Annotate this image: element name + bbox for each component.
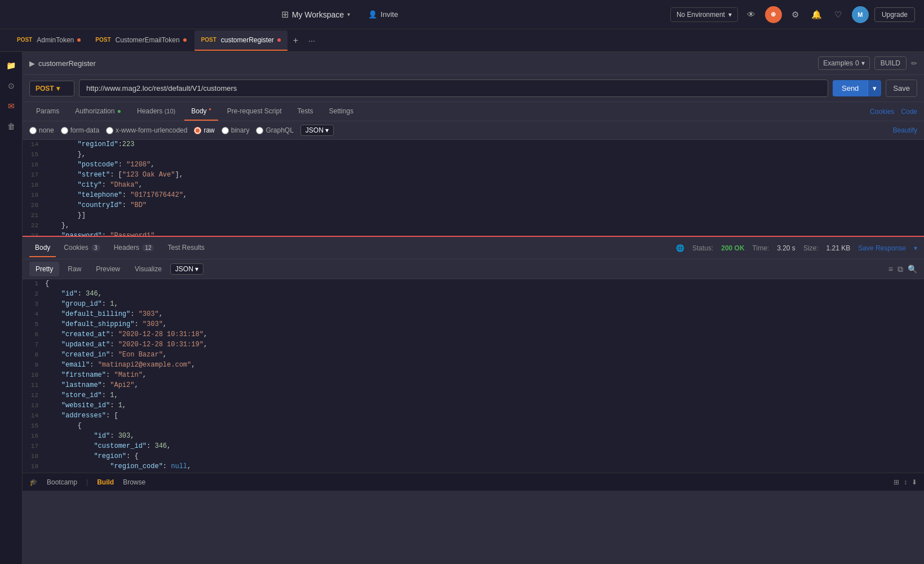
bootcamp-label[interactable]: Bootcamp xyxy=(47,478,77,486)
eye-icon-btn[interactable]: 👁 xyxy=(744,7,759,23)
bell-icon-btn[interactable]: 🔔 xyxy=(809,7,825,23)
examples-button[interactable]: Examples 0 ▾ xyxy=(818,56,869,70)
code-line-23: 23 "password": "Password1" xyxy=(23,231,924,236)
radio-binary[interactable]: binary xyxy=(222,126,250,134)
tab-headers[interactable]: Headers (10) xyxy=(130,103,182,121)
response-code-editor[interactable]: 1 { 2 "id": 346, 3 "group_id": 1, 4 "def… xyxy=(23,279,924,473)
resp-format-pretty[interactable]: Pretty xyxy=(29,262,59,276)
resp-line-8: 8 "created_in": "Eon Bazar", xyxy=(23,350,924,360)
method-selector[interactable]: POST ▾ xyxy=(29,81,74,96)
save-response-button[interactable]: Save Response xyxy=(858,244,906,252)
resp-format-preview[interactable]: Preview xyxy=(90,262,126,276)
resp-format-visualize[interactable]: Visualize xyxy=(129,262,168,276)
examples-label: Examples xyxy=(823,59,853,67)
sidebar-icon-history[interactable]: ⊙ xyxy=(2,77,20,95)
resp-tab-test-results[interactable]: Test Results xyxy=(162,239,210,257)
bottom-icon-3[interactable]: ⬇ xyxy=(912,478,917,486)
env-chevron: ▾ xyxy=(728,11,732,19)
avatar-orange[interactable]: ⊕ xyxy=(765,6,782,23)
invite-label[interactable]: Invite xyxy=(381,10,398,19)
tab-dot-1 xyxy=(77,38,81,42)
beautify-button[interactable]: Beautify xyxy=(893,126,917,134)
tab-body[interactable]: Body ● xyxy=(184,102,218,121)
search-icon[interactable]: 🔍 xyxy=(908,265,917,274)
radio-none[interactable]: none xyxy=(29,126,54,134)
workspace-name: My Workspace xyxy=(292,10,344,19)
resp-tab-body[interactable]: Body xyxy=(29,239,56,257)
tab-method-post-1: POST xyxy=(17,37,32,43)
json-chevron: ▾ xyxy=(325,126,329,134)
resp-line-7: 7 "updated_at": "2020-12-28 10:31:19", xyxy=(23,340,924,350)
code-line-20: 20 "countryId": "BD" xyxy=(23,201,924,211)
method-chevron: ▾ xyxy=(56,85,60,92)
resp-format-raw[interactable]: Raw xyxy=(61,262,87,276)
sidebar-icon-trash[interactable]: 🗑 xyxy=(2,117,20,135)
radio-x-www[interactable]: x-www-form-urlencoded xyxy=(106,126,187,134)
radio-graphql[interactable]: GraphQL xyxy=(256,126,293,134)
response-body-tabs: Pretty Raw Preview Visualize JSON ▾ ≡ ⧉ … xyxy=(23,259,924,279)
request-tab-bar: Params Authorization ● Headers (10) Body… xyxy=(23,102,924,121)
edit-icon[interactable]: ✏ xyxy=(911,59,917,68)
save-button[interactable]: Save xyxy=(886,80,917,97)
tab-admintoken[interactable]: POST AdminToken xyxy=(10,30,87,51)
resp-line-14: 14 "addresses": [ xyxy=(23,411,924,421)
tab-bar: POST AdminToken POST CustomerEmailToken … xyxy=(0,29,924,52)
bottom-icon-2[interactable]: ↕ xyxy=(904,478,907,486)
tab-settings[interactable]: Settings xyxy=(322,103,360,121)
build-label[interactable]: Build xyxy=(97,478,114,486)
resp-line-3: 3 "group_id": 1, xyxy=(23,299,924,310)
code-link[interactable]: Code xyxy=(901,108,917,116)
radio-form-data[interactable]: form-data xyxy=(61,126,99,134)
main-area: 📁 ⊙ ✉ 🗑 ▶ customerRegister Examples 0 ▾ … xyxy=(0,52,924,564)
resp-line-15: 15 { xyxy=(23,421,924,431)
avatar-blue[interactable]: M xyxy=(852,6,869,23)
send-button[interactable]: Send xyxy=(833,80,868,96)
workspace-switcher[interactable]: ⊞ My Workspace ▾ 👤 Invite xyxy=(281,9,398,20)
tab-customeremailtoken[interactable]: POST CustomerEmailToken xyxy=(89,30,193,51)
build-button[interactable]: BUILD xyxy=(874,56,907,70)
code-line-16: 16 "postcode": "1208", xyxy=(23,160,924,170)
environment-selector[interactable]: No Environment ▾ xyxy=(670,7,738,22)
request-body-editor[interactable]: 14 "regionId":223 15 }, 16 "postcode": "… xyxy=(23,140,924,236)
resp-line-5: 5 "default_shipping": "303", xyxy=(23,320,924,330)
resp-tab-cookies[interactable]: Cookies 3 xyxy=(58,239,105,257)
status-value: 200 OK xyxy=(721,244,744,252)
save-response-chevron[interactable]: ▾ xyxy=(914,244,917,252)
bottom-icon-1[interactable]: ⊞ xyxy=(894,478,899,486)
tab-customerregister[interactable]: POST customerRegister xyxy=(194,30,288,51)
settings-icon-btn[interactable]: ⚙ xyxy=(788,7,803,23)
sidebar-icon-files[interactable]: 📁 xyxy=(2,56,20,74)
tab-name-1: AdminToken xyxy=(37,36,74,44)
examples-area: Examples 0 ▾ BUILD ✏ xyxy=(818,56,917,70)
tab-dot-2 xyxy=(183,38,187,42)
tab-authorization[interactable]: Authorization ● xyxy=(68,103,128,121)
upgrade-button[interactable]: Upgrade xyxy=(874,7,915,22)
resp-json-selector[interactable]: JSON ▾ xyxy=(170,263,204,275)
navbar-right: No Environment ▾ 👁 ⊕ ⚙ 🔔 ♡ M Upgrade xyxy=(670,6,915,23)
sidebar-icon-send[interactable]: ✉ xyxy=(2,97,20,115)
resp-line-12: 12 "store_id": 1, xyxy=(23,391,924,401)
resp-line-6: 6 "created_at": "2020-12-28 10:31:18", xyxy=(23,330,924,340)
url-input[interactable] xyxy=(79,80,828,97)
code-line-18: 18 "city": "Dhaka", xyxy=(23,180,924,191)
send-dropdown-btn[interactable]: ▾ xyxy=(868,80,881,96)
tab-params[interactable]: Params xyxy=(29,103,66,121)
url-bar: POST ▾ Send ▾ Save xyxy=(23,75,924,102)
browse-label[interactable]: Browse xyxy=(123,478,145,486)
tab-name-2: CustomerEmailToken xyxy=(116,36,180,44)
copy-icon[interactable]: ⧉ xyxy=(898,265,903,274)
resp-line-2: 2 "id": 346, xyxy=(23,289,924,299)
json-format-selector[interactable]: JSON ▾ xyxy=(300,125,334,136)
code-line-17: 17 "street": ["123 Oak Ave"], xyxy=(23,170,924,180)
cookies-link[interactable]: Cookies xyxy=(870,108,894,116)
tab-tests[interactable]: Tests xyxy=(291,103,320,121)
tab-pre-request[interactable]: Pre-request Script xyxy=(220,103,289,121)
radio-raw[interactable]: raw xyxy=(194,126,214,134)
filter-icon[interactable]: ≡ xyxy=(888,265,893,274)
bottom-right-icons: ⊞ ↕ ⬇ xyxy=(894,478,917,486)
resp-tab-headers[interactable]: Headers 12 xyxy=(108,239,160,257)
send-btn-group: Send ▾ xyxy=(833,80,881,96)
more-tabs-button[interactable]: ··· xyxy=(304,34,320,47)
add-tab-button[interactable]: + xyxy=(289,33,303,48)
heart-icon-btn[interactable]: ♡ xyxy=(830,7,846,23)
